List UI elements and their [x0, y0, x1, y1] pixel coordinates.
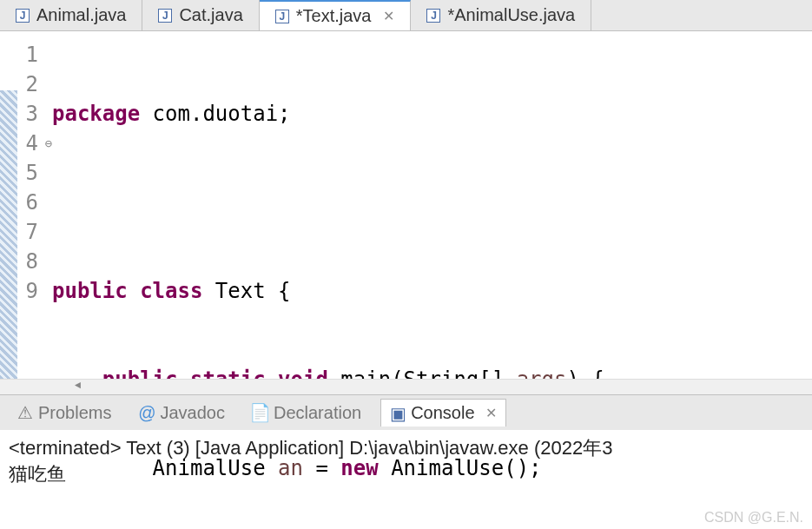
java-file-icon: J — [426, 9, 440, 23]
tab-label: Animal.java — [36, 5, 126, 25]
tab-label: *AnimalUse.java — [447, 5, 575, 25]
tab-label: *Text.java — [296, 6, 372, 26]
close-icon[interactable]: ✕ — [383, 8, 394, 24]
javadoc-icon: @ — [139, 405, 155, 420]
tab-console[interactable]: ▣ Console ✕ — [380, 399, 505, 427]
tab-label: Cat.java — [179, 5, 242, 25]
java-file-icon: J — [275, 10, 289, 23]
tab-animaluse[interactable]: J *AnimalUse.java — [411, 0, 591, 30]
tab-cat[interactable]: J Cat.java — [142, 0, 259, 30]
java-file-icon: J — [16, 9, 30, 23]
change-marker-gutter — [0, 31, 17, 379]
tab-animal[interactable]: J Animal.java — [0, 0, 142, 30]
declaration-icon: 📄 — [253, 405, 268, 420]
console-icon: ▣ — [390, 406, 406, 421]
close-icon[interactable]: ✕ — [485, 405, 497, 421]
horizontal-scrollbar[interactable] — [0, 379, 812, 394]
java-file-icon: J — [158, 9, 172, 23]
watermark: CSDN @G.E.N. — [704, 510, 803, 526]
tab-declaration[interactable]: 📄 Declaration — [244, 400, 370, 427]
line-number-gutter: 1 2 3 4 5 6 7 8 9 — [17, 31, 45, 379]
code-content[interactable]: package com.duotai; public class Text { … — [45, 31, 812, 379]
code-editor[interactable]: 1 2 3 4 5 6 7 8 9 package com.duotai; pu… — [0, 31, 812, 379]
problems-icon: ⚠ — [17, 405, 33, 420]
tab-problems[interactable]: ⚠ Problems — [9, 400, 120, 427]
tab-text[interactable]: J *Text.java ✕ — [260, 0, 412, 30]
editor-tab-bar: J Animal.java J Cat.java J *Text.java ✕ … — [0, 0, 812, 31]
tab-javadoc[interactable]: @ Javadoc — [130, 400, 234, 427]
